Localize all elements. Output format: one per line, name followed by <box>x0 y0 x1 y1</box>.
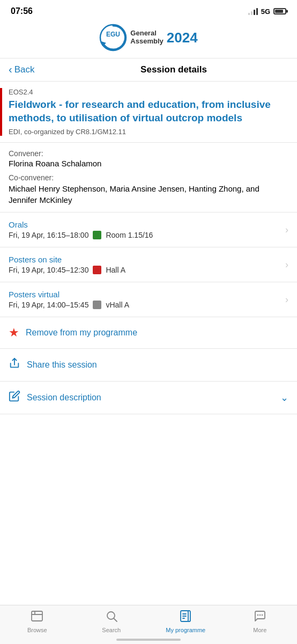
posters-onsite-room: Hall A <box>106 266 125 274</box>
posters-onsite-type-label: Posters on site <box>9 255 285 264</box>
back-chevron-icon: ‹ <box>9 63 12 76</box>
posters-onsite-details: Fri, 19 Apr, 10:45–12:30 Hall A <box>9 266 285 274</box>
session-info: EOS2.4 Fieldwork - for research and educ… <box>9 88 288 136</box>
nav-my-programme[interactable]: My programme <box>148 610 223 633</box>
co-convener-names: Michael Henry Stephenson, Maria Ansine J… <box>9 183 288 206</box>
posters-virtual-room: vHall A <box>106 301 129 309</box>
red-bar-decoration <box>0 88 2 136</box>
status-time: 07:56 <box>11 6 33 16</box>
session-subtitle: EDI, co-organized by CR8.1/GM12.11 <box>9 128 288 136</box>
posters-virtual-details: Fri, 19 Apr, 14:00–15:45 vHall A <box>9 301 285 309</box>
posters-virtual-time: Fri, 19 Apr, 14:00–15:45 <box>9 301 88 309</box>
posters-onsite-chevron-icon: › <box>285 259 288 270</box>
egu-circle-icon: EGU <box>99 24 127 52</box>
orals-time: Fri, 19 Apr, 16:15–18:00 <box>9 231 88 239</box>
posters-onsite-time: Fri, 19 Apr, 10:45–12:30 <box>9 266 88 274</box>
content-area: EOS2.4 Fieldwork - for research and educ… <box>0 82 297 414</box>
orals-chevron-icon: › <box>285 224 288 236</box>
convener-label: Convener: <box>9 149 288 158</box>
session-description-button[interactable]: Session description ⌄ <box>0 382 297 414</box>
orals-type-label: Orals <box>9 220 285 229</box>
session-header: EOS2.4 Fieldwork - for research and educ… <box>0 82 297 143</box>
convener-name: Florina Roana Schalamon <box>9 159 288 168</box>
svg-line-6 <box>114 619 117 622</box>
back-button[interactable]: ‹ Back <box>9 64 91 76</box>
posters-virtual-room-badge <box>93 301 101 309</box>
nav-header: ‹ Back Session details <box>0 58 297 82</box>
search-icon <box>105 610 118 625</box>
more-label: More <box>253 627 266 633</box>
svg-rect-4 <box>32 611 42 621</box>
share-session-label: Share this session <box>27 360 97 370</box>
orals-room: Room 1.15/16 <box>106 231 153 239</box>
more-icon <box>254 610 266 625</box>
nav-more[interactable]: More <box>223 610 298 633</box>
posters-onsite-item[interactable]: Posters on site Fri, 19 Apr, 10:45–12:30… <box>0 247 297 282</box>
logo-text: General Assembly <box>130 30 163 46</box>
logo-area: EGU General Assembly 2024 <box>0 19 297 58</box>
orals-room-badge <box>93 231 101 239</box>
chevron-down-icon: ⌄ <box>280 392 288 404</box>
nav-search[interactable]: Search <box>75 610 149 633</box>
remove-programme-button[interactable]: ★ Remove from my programme <box>0 317 297 349</box>
status-bar: 07:56 5G <box>0 0 297 19</box>
session-title: Fieldwork - for research and education, … <box>9 98 288 125</box>
battery-icon <box>273 8 286 14</box>
session-code: EOS2.4 <box>9 88 288 96</box>
orals-details: Fri, 19 Apr, 16:15–18:00 Room 1.15/16 <box>9 231 285 239</box>
orals-item[interactable]: Orals Fri, 19 Apr, 16:15–18:00 Room 1.15… <box>0 213 297 247</box>
egu-logo: EGU General Assembly 2024 <box>99 24 197 52</box>
star-icon: ★ <box>9 326 19 340</box>
session-items-list: Orals Fri, 19 Apr, 16:15–18:00 Room 1.15… <box>0 213 297 317</box>
session-description-label: Session description <box>27 393 101 402</box>
pencil-icon <box>9 390 20 405</box>
posters-onsite-room-badge <box>93 266 101 274</box>
logo-text-bottom: Assembly <box>130 38 163 46</box>
home-indicator <box>116 639 181 641</box>
browse-icon <box>31 610 43 625</box>
browse-label: Browse <box>27 627 47 633</box>
nav-browse[interactable]: Browse <box>0 610 75 633</box>
share-icon <box>9 357 20 372</box>
share-session-button[interactable]: Share this session <box>0 349 297 382</box>
signal-icon <box>248 8 258 15</box>
network-label: 5G <box>261 8 270 16</box>
convener-section: Convener: Florina Roana Schalamon Co-con… <box>0 143 297 213</box>
back-label: Back <box>14 64 35 75</box>
my-programme-label: My programme <box>166 627 205 633</box>
remove-programme-label: Remove from my programme <box>26 328 137 338</box>
logo-text-top: General <box>130 30 163 38</box>
logo-year: 2024 <box>167 31 198 45</box>
my-programme-icon <box>179 610 192 625</box>
posters-virtual-type-label: Posters virtual <box>9 290 285 299</box>
posters-virtual-item[interactable]: Posters virtual Fri, 19 Apr, 14:00–15:45… <box>0 282 297 317</box>
co-convener-label: Co-convener: <box>9 173 288 182</box>
status-right: 5G <box>248 8 286 16</box>
svg-text:EGU: EGU <box>106 31 120 38</box>
posters-virtual-chevron-icon: › <box>285 294 288 305</box>
search-label: Search <box>102 627 121 633</box>
page-title: Session details <box>91 64 256 75</box>
